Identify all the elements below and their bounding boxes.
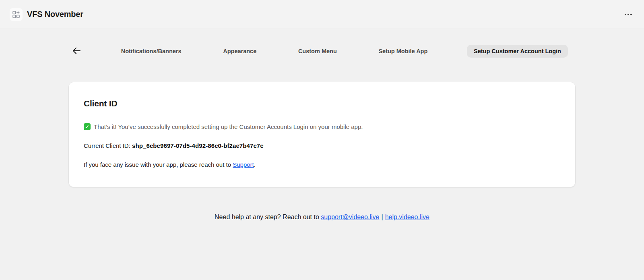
- support-link[interactable]: Support: [233, 161, 254, 168]
- arrow-left-icon: [72, 47, 81, 56]
- tab-notifications-banners[interactable]: Notifications/Banners: [119, 45, 184, 58]
- app-header: VFS November: [0, 0, 644, 29]
- footer-text: Need help at any step? Reach out to: [215, 214, 321, 220]
- apps-icon: [10, 8, 23, 21]
- back-button[interactable]: [71, 46, 82, 56]
- check-mark-icon: ✓: [84, 123, 91, 130]
- client-id-card: Client ID ✓ That’s it! You’ve successful…: [69, 82, 575, 187]
- support-text: If you face any issue with your app, ple…: [84, 161, 233, 168]
- footer-separator: |: [379, 214, 385, 220]
- support-text-period: .: [254, 161, 256, 168]
- help-site-link[interactable]: help.videeo.live: [385, 214, 429, 220]
- more-actions-button[interactable]: [623, 10, 634, 19]
- support-email-link[interactable]: support@videeo.live: [321, 214, 379, 220]
- tab-appearance[interactable]: Appearance: [221, 45, 259, 58]
- support-line: If you face any issue with your app, ple…: [84, 161, 560, 168]
- tab-setup-mobile-app[interactable]: Setup Mobile App: [376, 45, 430, 58]
- card-title: Client ID: [84, 99, 560, 108]
- tab-bar: Notifications/Banners Appearance Custom …: [69, 44, 575, 58]
- client-id-value: shp_6cbc9697-07d5-4d92-86c0-bf2ae7b47c7c: [132, 142, 264, 149]
- footer-help: Need help at any step? Reach out to supp…: [0, 214, 644, 221]
- success-text: That’s it! You’ve successfully completed…: [94, 123, 363, 131]
- success-message: ✓ That’s it! You’ve successfully complet…: [84, 123, 560, 131]
- current-client-id-line: Current Client ID: shp_6cbc9697-07d5-4d9…: [84, 142, 560, 149]
- page-title: VFS November: [27, 10, 83, 19]
- client-id-label: Current Client ID:: [84, 142, 132, 149]
- ellipsis-icon: [625, 14, 632, 15]
- tab-custom-menu[interactable]: Custom Menu: [296, 45, 339, 58]
- tab-setup-customer-account-login[interactable]: Setup Customer Account Login: [467, 45, 568, 58]
